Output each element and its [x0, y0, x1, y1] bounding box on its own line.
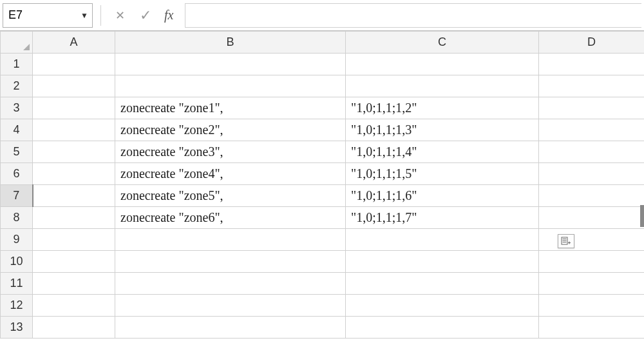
cell[interactable]	[539, 273, 645, 295]
cell[interactable]	[346, 273, 539, 295]
column-header-b[interactable]: B	[115, 32, 346, 54]
svg-rect-2	[563, 241, 567, 241]
cell[interactable]	[33, 207, 115, 229]
row-header[interactable]: 5	[1, 141, 33, 163]
cell[interactable]	[33, 97, 115, 119]
select-all-corner[interactable]	[1, 32, 33, 54]
cell[interactable]	[115, 317, 346, 339]
checkmark-icon[interactable]: ✓	[135, 5, 156, 26]
column-header-c[interactable]: C	[346, 32, 539, 54]
scroll-marker	[640, 205, 644, 227]
cell[interactable]	[33, 251, 115, 273]
cancel-icon[interactable]: ✕	[109, 5, 131, 26]
cell[interactable]	[33, 75, 115, 97]
cell[interactable]: zonecreate "zone6",	[115, 207, 346, 229]
row-header[interactable]: 2	[1, 75, 33, 97]
cell[interactable]	[539, 54, 645, 75]
row-header[interactable]: 4	[1, 119, 33, 141]
row-header[interactable]: 7	[1, 185, 33, 207]
name-box-value: E7	[8, 8, 23, 22]
cell[interactable]	[115, 229, 346, 251]
svg-rect-3	[563, 242, 567, 242]
cell[interactable]: "1,0;1,1;1,5"	[346, 163, 539, 185]
cell[interactable]	[539, 251, 645, 273]
svg-rect-1	[563, 239, 567, 239]
row-header[interactable]: 3	[1, 97, 33, 119]
cell[interactable]: zonecreate "zone4",	[115, 163, 346, 185]
row-header[interactable]: 1	[1, 54, 33, 75]
cell[interactable]	[346, 229, 539, 251]
cell[interactable]	[539, 119, 645, 141]
cell[interactable]	[346, 317, 539, 339]
row-header[interactable]: 9	[1, 229, 33, 251]
cell[interactable]	[346, 295, 539, 317]
cell[interactable]	[115, 54, 346, 75]
spreadsheet-grid[interactable]: A B C D 123zonecreate "zone1","1,0;1,1;1…	[0, 31, 644, 339]
cell[interactable]	[346, 54, 539, 75]
cell[interactable]: "1,0;1,1;1,2"	[346, 97, 539, 119]
cell[interactable]: zonecreate "zone1",	[115, 97, 346, 119]
column-header-a[interactable]: A	[33, 32, 115, 54]
row-header[interactable]: 8	[1, 207, 33, 229]
cell[interactable]	[539, 97, 645, 119]
formula-bar: E7 ▼ ✕ ✓ fx	[0, 0, 644, 31]
cell[interactable]	[539, 317, 645, 339]
cell[interactable]	[346, 75, 539, 97]
cell[interactable]	[33, 273, 115, 295]
cell[interactable]: "1,0;1,1;1,3"	[346, 119, 539, 141]
cell[interactable]: zonecreate "zone3",	[115, 141, 346, 163]
cell[interactable]	[33, 185, 115, 207]
cell[interactable]	[346, 251, 539, 273]
paste-options-button[interactable]	[558, 234, 574, 248]
name-box[interactable]: E7 ▼	[3, 3, 93, 28]
cell[interactable]	[33, 317, 115, 339]
cell[interactable]	[33, 54, 115, 75]
row-header[interactable]: 13	[1, 317, 33, 339]
cell[interactable]	[33, 163, 115, 185]
cell[interactable]	[539, 163, 645, 185]
cell[interactable]	[33, 141, 115, 163]
cell[interactable]	[33, 295, 115, 317]
cell[interactable]	[33, 119, 115, 141]
cell[interactable]	[539, 75, 645, 97]
cell[interactable]: zonecreate "zone2",	[115, 119, 346, 141]
cell[interactable]	[115, 273, 346, 295]
cell[interactable]	[33, 229, 115, 251]
row-header[interactable]: 11	[1, 273, 33, 295]
cell[interactable]: "1,0;1,1;1,7"	[346, 207, 539, 229]
row-header[interactable]: 6	[1, 163, 33, 185]
cell[interactable]	[539, 141, 645, 163]
svg-rect-5	[569, 242, 570, 244]
cell[interactable]	[115, 295, 346, 317]
paste-options-icon	[561, 237, 571, 246]
cell[interactable]: zonecreate "zone5",	[115, 185, 346, 207]
row-header[interactable]: 10	[1, 251, 33, 273]
fx-icon[interactable]: fx	[160, 8, 177, 23]
cell[interactable]	[115, 251, 346, 273]
cell[interactable]	[115, 75, 346, 97]
cell[interactable]: "1,0;1,1;1,4"	[346, 141, 539, 163]
cell[interactable]	[539, 185, 645, 207]
row-header[interactable]: 12	[1, 295, 33, 317]
formula-input[interactable]	[185, 3, 641, 28]
cell[interactable]	[539, 295, 645, 317]
cell[interactable]	[539, 207, 645, 229]
chevron-down-icon[interactable]: ▼	[80, 11, 88, 20]
separator	[100, 5, 101, 26]
cell[interactable]	[539, 229, 645, 251]
cell[interactable]: "1,0;1,1;1,6"	[346, 185, 539, 207]
column-header-d[interactable]: D	[539, 32, 645, 54]
